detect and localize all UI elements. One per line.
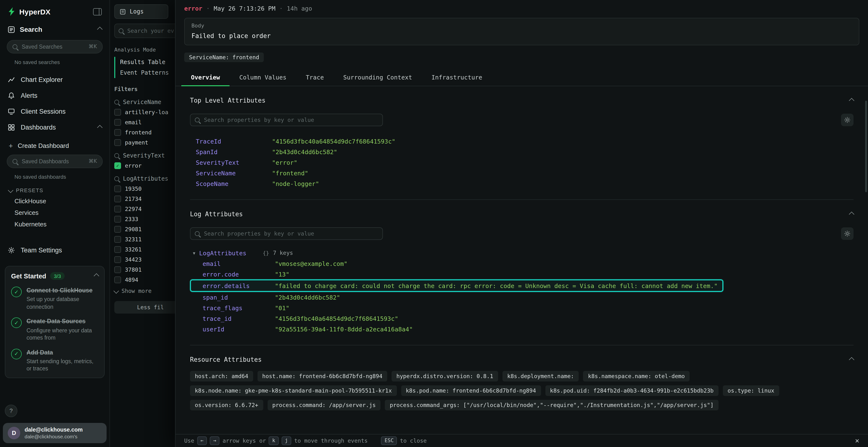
checkbox-icon: [114, 206, 121, 212]
sidebar-item-alerts[interactable]: Alerts: [0, 88, 110, 104]
properties-search[interactable]: [190, 114, 383, 126]
attribute-row[interactable]: trace_id"4156d3fbc40a64854d9dc7f68641593…: [190, 313, 854, 324]
filter-option[interactable]: frontend: [114, 129, 175, 136]
resource-chip[interactable]: host.arch: amd64: [190, 371, 253, 381]
get-started-step-sources[interactable]: ✓ Create Data Sources Configure where yo…: [11, 318, 98, 342]
attribute-row[interactable]: userId"92a55156-39a4-11f0-8ddd-a2eca416a…: [190, 324, 854, 334]
gear-icon: [8, 247, 15, 254]
properties-search-input[interactable]: [190, 114, 383, 126]
log-attributes-tree-root[interactable]: ▾ LogAttributes {} 7 keys: [190, 248, 854, 258]
attribute-row[interactable]: span_id"2b43d0c4dd6bc582": [190, 292, 854, 303]
filter-option[interactable]: artillery-loa: [114, 109, 175, 115]
preset-item-services[interactable]: Services: [0, 207, 110, 218]
filter-option-label: 29081: [125, 226, 142, 233]
sidebar-item-team-settings[interactable]: Team Settings: [0, 242, 110, 258]
presets-header[interactable]: PRESETS: [9, 187, 110, 193]
settings-button[interactable]: [841, 114, 854, 126]
resource-chip[interactable]: k8s.deployment.name:: [502, 371, 579, 381]
sidebar-item-dashboards[interactable]: Dashboards: [0, 119, 110, 135]
resource-chip[interactable]: os.version: 6.6.72+: [190, 400, 263, 410]
create-dashboard-button[interactable]: + Create Dashboard: [0, 138, 110, 153]
chart-line-icon: [8, 76, 15, 83]
chevron-up-icon: [97, 27, 103, 32]
resource-chip[interactable]: process.command: /app/server.js: [268, 400, 380, 410]
filter-option-label: artillery-loa: [125, 109, 168, 115]
filter-option[interactable]: email: [114, 119, 175, 126]
collapse-sidebar-icon[interactable]: [93, 8, 102, 15]
saved-searches-search[interactable]: ⌘K: [7, 40, 103, 54]
properties-search[interactable]: [190, 227, 383, 240]
sidebar-item-chart-explorer[interactable]: Chart Explorer: [0, 72, 110, 88]
filter-option[interactable]: 34423: [114, 256, 175, 263]
collapse-section-icon[interactable]: [849, 98, 855, 103]
resource-chip[interactable]: process.command_args: ["/usr/local/bin/n…: [385, 400, 718, 410]
properties-search-input[interactable]: [190, 227, 383, 240]
filter-option[interactable]: 22974: [114, 206, 175, 212]
preset-item-kubernetes[interactable]: Kubernetes: [0, 218, 110, 230]
saved-dashboards-search[interactable]: ⌘K: [7, 154, 103, 168]
less-filters-button[interactable]: Less fil: [114, 301, 175, 314]
attribute-row[interactable]: trace_flags"01": [190, 303, 854, 313]
attribute-row[interactable]: SpanId"2b43d0c4dd6bc582": [190, 146, 854, 157]
filter-group-logattributes[interactable]: LogAttributes: [114, 175, 175, 182]
attribute-value: "92a55156-39a4-11f0-8ddd-a2eca416a8a4": [275, 325, 413, 333]
sidebar-item-client-sessions[interactable]: Client Sessions: [0, 104, 110, 119]
tab-column-values[interactable]: Column Values: [229, 69, 296, 86]
filter-option-error[interactable]: ✓error: [114, 162, 175, 169]
tab-surrounding-context[interactable]: Surrounding Context: [334, 69, 422, 86]
show-more-button[interactable]: Show more: [114, 287, 175, 294]
resource-chip[interactable]: hyperdx.distro.version: 0.8.1: [392, 371, 498, 381]
filter-option[interactable]: 21734: [114, 196, 175, 202]
resource-chip[interactable]: k8s.pod.uid: f284fb2d-a0b3-4634-991b-e2c…: [545, 385, 718, 396]
attribute-row[interactable]: email"vmoses@example.com": [190, 258, 854, 269]
filter-option[interactable]: 32311: [114, 236, 175, 243]
mode-event-patterns[interactable]: Event Patterns: [115, 67, 175, 78]
search-section-header[interactable]: Search: [0, 21, 110, 38]
resource-chip[interactable]: os.type: linux: [723, 385, 779, 396]
filter-option[interactable]: 37801: [114, 266, 175, 273]
collapse-section-icon[interactable]: [849, 211, 855, 217]
resource-chip[interactable]: k8s.node.name: gke-pme-k8s-standard-main…: [190, 385, 397, 396]
collapse-section-icon[interactable]: [849, 357, 855, 363]
attribute-value: "01": [275, 304, 289, 311]
attribute-row[interactable]: SeverityText"error": [190, 157, 854, 168]
search-icon: [119, 28, 123, 33]
resource-chip[interactable]: k8s.pod.name: frontend-6b6c8d7bfd-ng894: [401, 385, 541, 396]
filter-option[interactable]: 4894: [114, 276, 175, 283]
filter-option[interactable]: 29081: [114, 226, 175, 233]
user-menu[interactable]: D dale@clickhouse.com dale@clickhouse.co…: [3, 423, 106, 443]
analysis-mode-options: Results Table Event Patterns: [114, 57, 175, 78]
tab-trace[interactable]: Trace: [296, 69, 334, 86]
close-panel-icon[interactable]: ×: [855, 437, 859, 444]
tab-infrastructure[interactable]: Infrastructure: [422, 69, 492, 86]
question-mark-icon: ?: [9, 408, 12, 414]
attribute-row[interactable]: error.code"13": [190, 269, 854, 279]
filter-option[interactable]: 2333: [114, 216, 175, 222]
attribute-row[interactable]: ServiceName"frontend": [190, 168, 854, 178]
get-started-card: Get Started 3/3 ✓ Connect to ClickHouse …: [5, 266, 105, 378]
settings-button[interactable]: [841, 227, 854, 240]
service-name-chip[interactable]: ServiceName: frontend: [184, 53, 264, 62]
filter-option[interactable]: 19350: [114, 185, 175, 192]
get-started-step-connect[interactable]: ✓ Connect to ClickHouse Set up your data…: [11, 286, 98, 311]
filter-option[interactable]: payment: [114, 139, 175, 146]
resource-chip[interactable]: host.name: frontend-6b6c8d7bfd-ng894: [257, 371, 388, 381]
scrollbar[interactable]: [865, 101, 867, 192]
filter-option[interactable]: 33261: [114, 246, 175, 253]
attribute-key: email: [203, 260, 275, 267]
tab-overview[interactable]: Overview: [181, 69, 229, 86]
chevron-up-icon[interactable]: [94, 273, 99, 279]
filter-group-servicename[interactable]: ServiceName: [114, 99, 175, 105]
help-button[interactable]: ?: [5, 405, 18, 417]
attribute-row[interactable]: TraceId"4156d3fbc40a64854d9dc7f68641593c…: [190, 136, 854, 146]
attribute-row-highlighted[interactable]: error.details"failed to charge card: cou…: [190, 279, 723, 292]
preset-item-clickhouse[interactable]: ClickHouse: [0, 195, 110, 207]
attribute-row[interactable]: ScopeName"node-logger": [190, 178, 854, 189]
get-started-step-add-data[interactable]: ✓ Add Data Start sending logs, metrics, …: [11, 348, 98, 373]
mode-results-table[interactable]: Results Table: [115, 57, 175, 67]
resource-chip[interactable]: k8s.namespace.name: otel-demo: [583, 371, 690, 381]
filter-option-label: 37801: [125, 266, 142, 273]
filter-group-severitytext[interactable]: SeverityText: [114, 152, 175, 159]
event-search[interactable]: [114, 24, 175, 38]
source-select[interactable]: Logs: [114, 4, 168, 19]
